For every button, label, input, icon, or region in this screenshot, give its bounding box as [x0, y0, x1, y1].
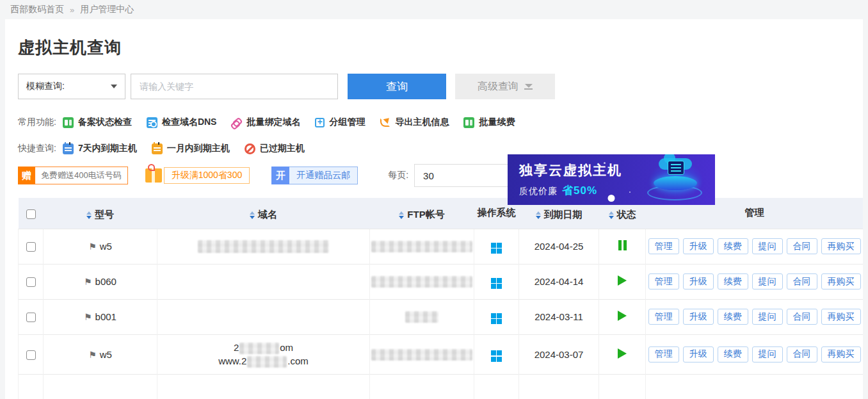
- gift-badge: 赠: [18, 167, 35, 184]
- upgrade-button[interactable]: 升级: [683, 238, 714, 254]
- carousel-dot[interactable]: [608, 195, 615, 202]
- query-button[interactable]: 查询: [348, 74, 446, 99]
- header-domain[interactable]: 域名: [258, 209, 277, 221]
- header-manage: 管理: [745, 207, 764, 219]
- export-host-icon: [380, 117, 390, 128]
- manage-button[interactable]: 管理: [648, 309, 679, 325]
- ask-button[interactable]: 提问: [752, 346, 783, 362]
- rebuy-button[interactable]: 再购买: [821, 273, 861, 289]
- common-functions-label: 常用功能:: [18, 117, 56, 128]
- table-row: ⚑b001 2024-03-11 管理升级续费提问合同再购买: [19, 299, 864, 334]
- expire-date: 2024-04-25: [534, 241, 584, 252]
- windows-os-icon: [491, 278, 502, 289]
- domain-line1-prefix: 2: [234, 342, 239, 353]
- sort-status-icon[interactable]: [609, 211, 614, 219]
- header-model[interactable]: 型号: [95, 209, 114, 221]
- expire-month-link[interactable]: 一月内到期主机: [152, 143, 230, 154]
- group-manage-link[interactable]: 分组管理: [315, 117, 365, 128]
- blurred-ftp-account: [405, 311, 438, 323]
- per-page-input[interactable]: [414, 164, 509, 187]
- keyword-input[interactable]: [131, 74, 338, 99]
- cloud-host-ad-banner[interactable]: 独享云虚拟主机 质优价廉省50%: [508, 154, 715, 205]
- expired-hosts-link[interactable]: 已过期主机: [245, 143, 305, 154]
- group-manage-icon: [315, 118, 325, 127]
- windows-os-icon: [491, 313, 502, 325]
- bind-domain-link-icon: [231, 117, 242, 128]
- chevron-down-underline-icon: [524, 84, 533, 90]
- contract-button[interactable]: 合同: [787, 238, 817, 254]
- table-row: ⚑w5 2om www.2.com 2024-03-07 管理升级续费提问合同再…: [19, 334, 864, 374]
- sort-ftp-icon[interactable]: [399, 211, 404, 219]
- blurred-domain-part: [247, 356, 287, 368]
- manage-button[interactable]: 管理: [648, 273, 679, 289]
- export-host-label: 导出主机信息: [395, 117, 449, 128]
- ask-button[interactable]: 提问: [752, 309, 783, 325]
- header-os: 操作系统: [478, 207, 516, 219]
- select-all-checkbox[interactable]: [26, 209, 36, 219]
- cloud-mail-label: 开通赠品云邮: [289, 167, 358, 184]
- header-expire[interactable]: 到期日期: [544, 209, 583, 221]
- contract-button[interactable]: 合同: [787, 273, 817, 289]
- model-value: b060: [95, 276, 117, 287]
- upgrade-button[interactable]: 升级: [683, 309, 714, 325]
- banner-subtitle-text: 质优价廉: [519, 186, 558, 196]
- sort-model-icon[interactable]: [86, 211, 92, 219]
- advanced-query-label: 高级查询: [478, 80, 518, 94]
- ask-button[interactable]: 提问: [752, 273, 783, 289]
- blurred-ftp-account: [371, 276, 472, 288]
- icp-status-label: 备案状态检查: [78, 117, 132, 128]
- batch-bind-domain-link[interactable]: 批量绑定域名: [231, 117, 300, 128]
- windows-os-icon: [491, 243, 502, 254]
- rebuy-button[interactable]: 再购买: [821, 346, 861, 362]
- header-ftp[interactable]: FTP帐号: [407, 209, 444, 221]
- sort-expire-icon[interactable]: [536, 211, 541, 219]
- batch-bind-domain-label: 批量绑定域名: [246, 117, 300, 128]
- dns-check-link[interactable]: 检查域名DNS: [147, 117, 217, 128]
- contract-button[interactable]: 合同: [787, 309, 817, 325]
- row-checkbox[interactable]: [26, 242, 36, 252]
- ask-button[interactable]: 提问: [752, 238, 783, 254]
- calendar-month-icon: [152, 143, 163, 154]
- manage-button[interactable]: 管理: [648, 238, 679, 254]
- per-page-label: 每页:: [388, 170, 408, 181]
- expire-7days-link[interactable]: 7天内到期主机: [63, 143, 137, 154]
- upgrade-save-button[interactable]: 升级满1000省300: [164, 167, 250, 184]
- renew-button[interactable]: 续费: [718, 346, 748, 362]
- renew-button[interactable]: 续费: [718, 273, 748, 289]
- export-host-info-link[interactable]: 导出主机信息: [380, 117, 449, 128]
- row-checkbox[interactable]: [26, 350, 36, 360]
- expire-month-label: 一月内到期主机: [167, 143, 230, 154]
- icp-status-check-link[interactable]: 备案状态检查: [63, 117, 132, 128]
- advanced-query-button[interactable]: 高级查询: [455, 74, 555, 99]
- expired-ban-icon: [245, 143, 255, 154]
- breadcrumb-home-link[interactable]: 西部数码首页: [10, 4, 64, 15]
- per-page-control: 每页: 条: [388, 164, 524, 187]
- free-400-number-button[interactable]: 赠 免费赠送400电话号码: [18, 167, 128, 184]
- upgrade-button[interactable]: 升级: [683, 346, 714, 362]
- contract-button[interactable]: 合同: [787, 346, 817, 362]
- row-checkbox[interactable]: [26, 313, 36, 322]
- dns-check-label: 检查域名DNS: [162, 117, 217, 128]
- table-row: ⚑w5 2024-04-25 管理升级续费提问合同再购买: [19, 229, 864, 264]
- page-title: 虚拟主机查询: [18, 37, 863, 59]
- rebuy-button[interactable]: 再购买: [821, 238, 861, 254]
- renew-button[interactable]: 续费: [718, 238, 748, 254]
- model-value: w5: [100, 349, 112, 360]
- banner-title: 独享云虚拟主机: [519, 161, 622, 179]
- dns-check-icon: [147, 117, 157, 128]
- search-mode-select[interactable]: 模糊查询:: [18, 74, 125, 99]
- quick-query-row: 快捷查询: 7天内到期主机 一月内到期主机 已过期主机: [18, 143, 863, 154]
- disc-platform: [654, 176, 697, 190]
- upgrade-button[interactable]: 升级: [683, 273, 714, 289]
- renew-button[interactable]: 续费: [718, 309, 748, 325]
- cloud-mail-button[interactable]: 开 开通赠品云邮: [271, 167, 358, 184]
- manage-button[interactable]: 管理: [648, 346, 679, 362]
- header-status[interactable]: 状态: [617, 209, 636, 221]
- batch-renew-link[interactable]: 批量续费: [463, 117, 515, 128]
- domain-line2-suffix: .com: [287, 355, 309, 366]
- sort-domain-icon[interactable]: [250, 211, 255, 219]
- search-mode-value: 模糊查询:: [26, 81, 65, 92]
- rebuy-button[interactable]: 再购买: [821, 309, 861, 325]
- blurred-domain-part: [239, 343, 279, 354]
- row-checkbox[interactable]: [26, 277, 36, 287]
